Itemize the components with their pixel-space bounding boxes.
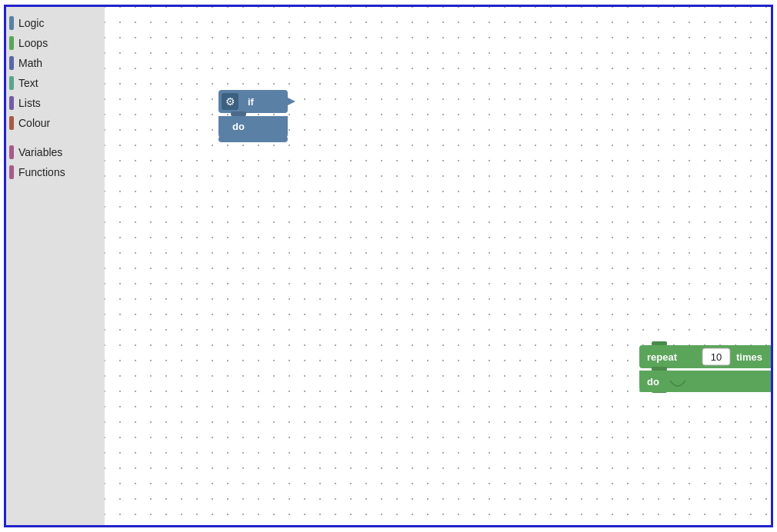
color-bar-lists bbox=[9, 96, 14, 110]
sidebar-item-logic[interactable]: Logic bbox=[6, 13, 105, 33]
svg-text:do: do bbox=[647, 376, 659, 387]
main-container: LogicLoopsMathTextListsColourVariablesFu… bbox=[4, 5, 773, 527]
svg-text:⚙: ⚙ bbox=[225, 95, 235, 108]
color-bar-text bbox=[9, 76, 14, 90]
color-bar-colour bbox=[9, 116, 14, 130]
if-block[interactable]: ⚙ if do bbox=[218, 90, 295, 148]
sidebar-label-functions: Functions bbox=[18, 166, 65, 178]
sidebar-label-colour: Colour bbox=[18, 117, 50, 129]
sidebar-item-math[interactable]: Math bbox=[6, 53, 105, 73]
color-bar-loops bbox=[9, 36, 14, 50]
svg-text:do: do bbox=[232, 121, 245, 132]
svg-rect-23 bbox=[639, 389, 771, 392]
repeat-block[interactable]: repeat 10 times do bbox=[639, 341, 771, 395]
color-bar-functions bbox=[9, 165, 14, 179]
sidebar-label-logic: Logic bbox=[18, 17, 44, 29]
sidebar-label-math: Math bbox=[18, 57, 42, 69]
svg-rect-10 bbox=[218, 136, 288, 142]
sidebar: LogicLoopsMathTextListsColourVariablesFu… bbox=[6, 7, 105, 525]
svg-rect-7 bbox=[218, 116, 288, 122]
svg-text:10: 10 bbox=[711, 351, 722, 363]
svg-text:if: if bbox=[248, 96, 255, 108]
sidebar-item-colour[interactable]: Colour bbox=[6, 113, 105, 133]
svg-text:repeat: repeat bbox=[647, 351, 678, 363]
sidebar-item-functions[interactable]: Functions bbox=[6, 162, 105, 182]
sidebar-spacer bbox=[6, 133, 105, 142]
sidebar-item-text[interactable]: Text bbox=[6, 73, 105, 93]
svg-marker-4 bbox=[288, 98, 295, 105]
sidebar-label-text: Text bbox=[18, 77, 38, 89]
sidebar-label-variables: Variables bbox=[18, 146, 62, 158]
sidebar-label-loops: Loops bbox=[18, 37, 48, 49]
sidebar-item-variables[interactable]: Variables bbox=[6, 142, 105, 162]
color-bar-logic bbox=[9, 16, 14, 30]
sidebar-label-lists: Lists bbox=[18, 97, 41, 109]
color-bar-variables bbox=[9, 145, 14, 159]
sidebar-item-lists[interactable]: Lists bbox=[6, 93, 105, 113]
sidebar-item-loops[interactable]: Loops bbox=[6, 33, 105, 53]
color-bar-math bbox=[9, 56, 14, 70]
canvas-area[interactable]: ⚙ if do repeat 10 bbox=[105, 7, 771, 525]
svg-rect-5 bbox=[231, 111, 246, 116]
svg-text:times: times bbox=[736, 351, 762, 363]
